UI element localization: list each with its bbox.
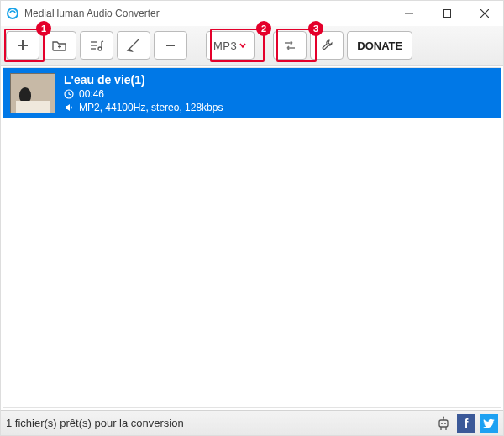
broom-icon xyxy=(126,39,141,52)
svg-point-19 xyxy=(443,416,444,418)
svg-rect-2 xyxy=(443,10,450,18)
playlist-button[interactable] xyxy=(80,31,113,60)
svg-point-0 xyxy=(8,8,18,18)
status-text: 1 fichier(s) prêt(s) pour la conversion xyxy=(6,417,184,429)
add-folder-button[interactable] xyxy=(43,31,76,60)
app-icon xyxy=(6,7,19,20)
speaker-icon xyxy=(64,102,74,113)
mascot-icon[interactable] xyxy=(434,414,453,433)
add-file-button[interactable] xyxy=(6,31,39,60)
maximize-button[interactable] xyxy=(428,1,465,26)
window-title: MediaHuman Audio Converter xyxy=(24,8,160,19)
close-button[interactable] xyxy=(465,1,503,26)
facebook-label: f xyxy=(465,417,469,430)
chevron-down-icon xyxy=(239,41,247,50)
donate-button[interactable]: DONATE xyxy=(347,31,412,60)
format-selector[interactable]: MP3 xyxy=(206,31,255,60)
folder-plus-icon xyxy=(52,39,67,52)
svg-point-17 xyxy=(444,423,446,424)
status-bar: 1 fichier(s) prêt(s) pour la conversion … xyxy=(1,410,503,435)
convert-button[interactable] xyxy=(273,31,307,60)
remove-button[interactable] xyxy=(154,31,187,60)
track-meta: L'eau de vie(1) 00:46 MP2, 44100Hz, ster… xyxy=(64,73,223,113)
svg-rect-15 xyxy=(439,420,448,427)
list-item[interactable]: L'eau de vie(1) 00:46 MP2, 44100Hz, ster… xyxy=(3,68,501,118)
clear-list-button[interactable] xyxy=(117,31,150,60)
donate-label: DONATE xyxy=(357,39,402,52)
svg-point-16 xyxy=(441,423,443,424)
minus-icon xyxy=(164,39,177,52)
clock-icon xyxy=(64,89,74,99)
format-label: MP3 xyxy=(213,39,237,52)
file-list[interactable]: L'eau de vie(1) 00:46 MP2, 44100Hz, ster… xyxy=(3,67,501,408)
track-duration: 00:46 xyxy=(79,88,104,100)
settings-button[interactable] xyxy=(310,31,344,60)
convert-arrows-icon xyxy=(282,39,297,52)
music-list-icon xyxy=(89,39,104,52)
track-details: MP2, 44100Hz, stereo, 128kbps xyxy=(79,102,223,113)
toolbar: MP3 DONATE 1 2 3 xyxy=(1,26,503,66)
twitter-button[interactable] xyxy=(480,414,498,433)
plus-icon xyxy=(16,39,29,52)
title-bar: MediaHuman Audio Converter xyxy=(1,1,503,26)
wrench-icon xyxy=(320,39,333,52)
twitter-icon xyxy=(483,418,495,429)
minimize-button[interactable] xyxy=(390,1,428,26)
track-thumbnail xyxy=(10,73,55,113)
track-title: L'eau de vie(1) xyxy=(64,73,223,87)
facebook-button[interactable]: f xyxy=(457,414,475,433)
